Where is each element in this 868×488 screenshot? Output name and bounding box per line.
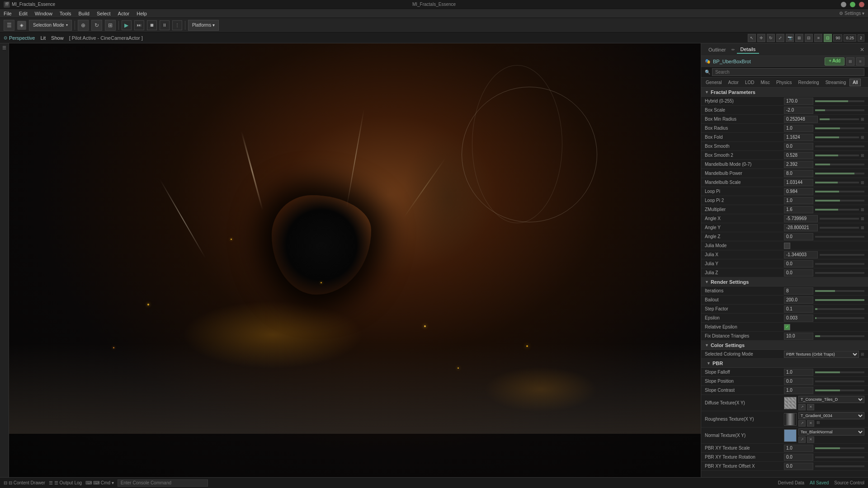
stop-btn[interactable]: ⏹ [147, 20, 157, 30]
close-btn[interactable] [859, 2, 864, 7]
viewport[interactable] [9, 43, 701, 477]
diffuse-texture-select[interactable]: T_Concrete_Tiles_D [798, 396, 864, 403]
mandelbulb-scale-input[interactable] [784, 179, 813, 186]
details-tab[interactable]: Details [737, 46, 760, 54]
grid2-icon[interactable]: ⊟ [805, 34, 813, 42]
grid-icon[interactable]: ⊞ [795, 34, 803, 42]
pbr-offset-x-input[interactable] [784, 463, 813, 470]
julia-z-input[interactable] [784, 269, 813, 277]
view-icon[interactable]: ⊡ [824, 34, 832, 42]
coloring-mode-select[interactable]: PBR Textures (Orbit Traps) [784, 351, 859, 358]
search-input[interactable] [712, 68, 864, 76]
pbr-scale-input[interactable] [784, 445, 813, 452]
rel-epsilon-checkbox[interactable]: ✓ [784, 324, 790, 330]
outliner-tab[interactable]: Outliner [705, 46, 730, 53]
derived-data-btn[interactable]: Derived Data [778, 480, 804, 485]
move-icon[interactable]: ✛ [757, 34, 765, 42]
roughness-browse-btn[interactable]: ↗ [798, 420, 806, 427]
render-section-header[interactable]: ▼ Render Settings [701, 277, 868, 286]
mandelbulb-power-input[interactable] [784, 170, 813, 177]
rotate-icon[interactable]: ↻ [767, 34, 775, 42]
console-input[interactable] [118, 479, 208, 487]
box-min-radius-input[interactable] [784, 116, 818, 123]
transform-btn[interactable]: ⊕ [78, 20, 89, 31]
lit-btn[interactable]: Lit [40, 35, 46, 41]
camera-icon[interactable]: 📷 [786, 34, 794, 42]
show-btn[interactable]: Show [51, 35, 64, 41]
tab-all[interactable]: All [849, 79, 861, 86]
tab-actor[interactable]: Actor [726, 79, 741, 86]
menu-tools[interactable]: Tools [60, 11, 71, 16]
menu-window[interactable]: Window [35, 11, 52, 16]
maximize-btn[interactable] [850, 2, 855, 7]
list-view-btn[interactable]: ≡ [856, 57, 864, 66]
scale-btn[interactable]: ⊞ [105, 20, 116, 31]
expand-btn2[interactable]: ⊞ [861, 135, 864, 140]
slope-contrast-input[interactable] [784, 387, 813, 394]
expand-btn6[interactable]: ⊞ [861, 216, 864, 221]
expand-btn5[interactable]: ⊞ [861, 207, 864, 212]
pbr-rotation-input[interactable] [784, 454, 813, 461]
minimize-btn[interactable] [841, 2, 846, 7]
angle-x-input[interactable] [784, 215, 818, 222]
roughness-clear-btn[interactable]: ✕ [807, 420, 814, 427]
loop-pi-input[interactable] [784, 188, 813, 195]
normal-texture-select[interactable]: Tex_BlankNormal [798, 428, 864, 436]
normal-browse-btn[interactable]: ↗ [798, 436, 806, 443]
scale-icon[interactable]: ⤢ [776, 34, 784, 42]
zmultiplier-input[interactable] [784, 206, 813, 213]
fractal-section-header[interactable]: ▼ Fractal Parameters [701, 88, 868, 97]
color-section-header[interactable]: ▼ Color Settings [701, 341, 868, 350]
selection-mode-btn[interactable]: Selection Mode▾ [29, 20, 72, 31]
angle-z-input[interactable] [784, 233, 813, 240]
step-factor-input[interactable] [784, 305, 813, 313]
box-fold-input[interactable] [784, 134, 813, 141]
skip-btn[interactable]: ⏭ [134, 20, 144, 30]
expand-btn7[interactable]: ⊞ [861, 225, 864, 230]
menu-actor[interactable]: Actor [118, 11, 130, 16]
param-input[interactable] [784, 98, 813, 105]
menu-build[interactable]: Build [79, 11, 90, 16]
tab-general[interactable]: General [703, 79, 725, 86]
bailout-input[interactable] [784, 296, 813, 304]
menu-select[interactable]: Select [97, 11, 111, 16]
expand-btn3[interactable]: ⊞ [861, 153, 864, 158]
rotate-btn[interactable]: ↻ [91, 20, 102, 31]
angle-y-input[interactable] [784, 224, 818, 231]
julia-mode-checkbox[interactable] [784, 243, 790, 249]
tab-lod[interactable]: LOD [742, 79, 757, 86]
expand-btn4[interactable]: ⊞ [861, 180, 864, 185]
box-smooth2-input[interactable] [784, 152, 813, 159]
epsilon-input[interactable] [784, 314, 813, 322]
sidebar-toggle[interactable]: ☰ [2, 45, 6, 50]
box-radius-input[interactable] [784, 125, 813, 132]
roughness-texture-select[interactable]: T_Gradient_0034 [798, 412, 864, 419]
tab-streaming[interactable]: Streaming [823, 79, 849, 86]
coloring-expand-btn[interactable]: ⊞ [861, 352, 864, 357]
iterations-input[interactable] [784, 287, 813, 295]
mandelbulb-mode-input[interactable] [784, 161, 813, 168]
pause-btn[interactable]: ⏸ [160, 20, 170, 30]
fix-distance-input[interactable] [784, 333, 813, 340]
add-button[interactable]: + Add [825, 57, 844, 66]
pbr-section-header[interactable]: ▼ PBR [701, 359, 868, 368]
slope-position-input[interactable] [784, 378, 813, 385]
grid-view-btn[interactable]: ⊞ [846, 57, 854, 66]
tab-physics[interactable]: Physics [774, 79, 794, 86]
roughness-expand-btn[interactable]: ⊞ [816, 420, 820, 427]
platforms-btn[interactable]: Platforms ▾ [188, 20, 219, 31]
panel-close-btn[interactable]: ✕ [860, 47, 864, 53]
sidebar-toggle-btn[interactable]: ☰ [4, 20, 14, 31]
source-control-btn[interactable]: Source Control [834, 480, 864, 485]
normal-clear-btn[interactable]: ✕ [807, 436, 814, 443]
tab-misc[interactable]: Misc [758, 79, 773, 86]
box-scale-input[interactable] [784, 107, 813, 114]
content-drawer-btn[interactable]: ⊟ ⊟ Content Drawer [4, 480, 45, 485]
perspective-label[interactable]: Perspective [9, 35, 35, 41]
tab-rendering[interactable]: Rendering [796, 79, 822, 86]
cursor-icon[interactable]: ↖ [748, 34, 756, 42]
play-btn[interactable]: ▶ [122, 20, 132, 30]
slope-falloff-input[interactable] [784, 369, 813, 376]
cmd-btn[interactable]: ⌨ ⌨ Cmd ▾ [85, 480, 114, 485]
diffuse-clear-btn[interactable]: ✕ [807, 404, 814, 410]
